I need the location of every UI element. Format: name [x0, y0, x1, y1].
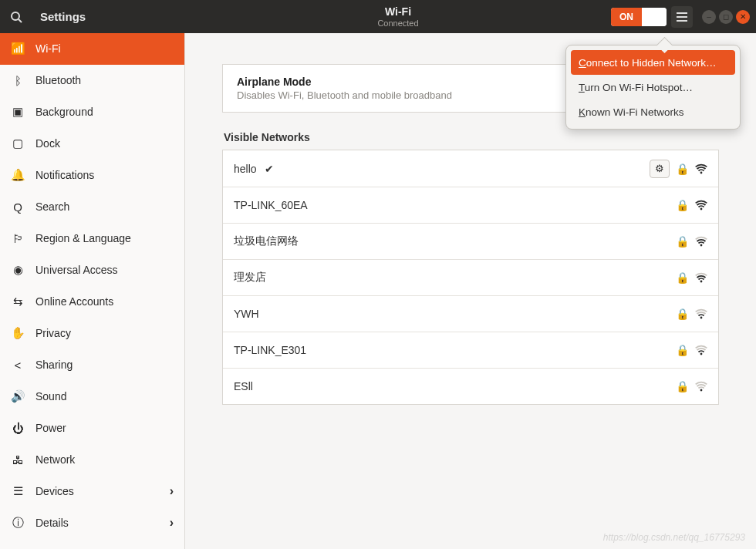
- wifi-signal-icon: [695, 236, 707, 247]
- sidebar-item-online-accounts[interactable]: ⇆ Online Accounts: [0, 286, 184, 318]
- wifi-toggle-knob: [642, 8, 667, 26]
- hamburger-icon: [677, 12, 687, 22]
- network-row[interactable]: TP-LINK_E301 🔒: [223, 332, 718, 368]
- sidebar-item-background[interactable]: ▣ Background: [0, 96, 184, 128]
- network-row[interactable]: YWH 🔒: [223, 295, 718, 332]
- network-row[interactable]: ESll 🔒: [223, 368, 718, 404]
- sidebar-item-label: Devices: [35, 485, 74, 497]
- sidebar-item-region-language[interactable]: 🏳 Region & Language: [0, 223, 184, 254]
- wifi-menu-popover: Connect to Hidden Network…Turn On Wi-Fi …: [565, 45, 741, 130]
- sidebar-item-label: Sound: [35, 390, 66, 402]
- headerbar: Settings Wi-Fi Connected ON – ◻ ✕: [0, 0, 756, 33]
- sidebar-icon: 🏳: [11, 232, 25, 245]
- sidebar-item-label: Dock: [35, 137, 60, 150]
- network-row[interactable]: 理发店 🔒: [223, 259, 718, 295]
- sidebar-item-label: Privacy: [35, 327, 71, 339]
- wifi-signal-icon: [695, 200, 707, 211]
- network-name: 垃圾电信网络: [234, 234, 299, 248]
- svg-point-8: [700, 281, 703, 283]
- connected-check-icon: ✔: [265, 163, 274, 175]
- wifi-toggle-on-label: ON: [611, 8, 642, 26]
- svg-point-10: [700, 353, 703, 355]
- lock-icon: 🔒: [676, 163, 689, 175]
- svg-point-9: [700, 317, 703, 319]
- network-name: TP-LINK_60EA: [234, 199, 308, 211]
- maximize-button[interactable]: ◻: [719, 10, 733, 24]
- minimize-button[interactable]: –: [702, 10, 716, 24]
- network-icons: 🔒: [676, 271, 707, 284]
- popover-item[interactable]: Connect to Hidden Network…: [571, 50, 735, 75]
- network-name-wrap: YWH: [234, 308, 676, 320]
- network-name: 理发店: [234, 271, 266, 285]
- sidebar-icon: ▣: [11, 105, 25, 119]
- sidebar-item-label: Search: [35, 200, 69, 213]
- search-button[interactable]: [0, 11, 32, 23]
- network-settings-button[interactable]: ⚙: [650, 160, 670, 178]
- sidebar-item-label: Wi-Fi: [35, 42, 61, 55]
- page-subtitle: Connected: [377, 19, 418, 28]
- sidebar-item-label: Network: [35, 453, 75, 466]
- window-controls: – ◻ ✕: [702, 10, 750, 24]
- network-row[interactable]: TP-LINK_60EA 🔒: [223, 187, 718, 223]
- sidebar-item-wi-fi[interactable]: 📶 Wi-Fi: [0, 33, 184, 65]
- lock-icon: 🔒: [676, 199, 689, 211]
- wifi-signal-icon: [695, 345, 707, 355]
- sidebar-icon: 📶: [11, 42, 25, 56]
- lock-icon: 🔒: [676, 380, 689, 392]
- hamburger-button[interactable]: [671, 6, 693, 28]
- wifi-signal-icon: [695, 272, 707, 283]
- sidebar-item-label: Power: [35, 422, 66, 434]
- sidebar-icon: 🔊: [11, 389, 25, 403]
- network-name-wrap: TP-LINK_60EA: [234, 199, 676, 211]
- search-icon: [10, 11, 22, 23]
- close-button[interactable]: ✕: [736, 10, 750, 24]
- network-row[interactable]: hello ✔ ⚙ 🔒: [223, 150, 718, 187]
- svg-rect-4: [677, 20, 687, 22]
- sidebar-item-sound[interactable]: 🔊 Sound: [0, 381, 184, 413]
- lock-icon: 🔒: [676, 344, 689, 356]
- sidebar-icon: ⏻: [11, 422, 25, 435]
- sidebar-icon: ᛒ: [11, 74, 25, 87]
- network-row[interactable]: 垃圾电信网络 🔒: [223, 223, 718, 259]
- lock-icon: 🔒: [676, 235, 689, 248]
- wifi-signal-icon: [695, 308, 707, 319]
- popover-item[interactable]: Turn On Wi-Fi Hotspot…: [571, 75, 735, 99]
- chevron-right-icon: ›: [170, 484, 174, 498]
- popover-item[interactable]: Known Wi-Fi Networks: [571, 99, 735, 124]
- network-icons: 🔒: [676, 235, 707, 248]
- network-icons: 🔒: [676, 380, 707, 392]
- network-name-wrap: TP-LINK_E301: [234, 344, 676, 356]
- wifi-signal-icon: [695, 163, 707, 174]
- sidebar-item-bluetooth[interactable]: ᛒ Bluetooth: [0, 65, 184, 96]
- network-icons: 🔒: [676, 308, 707, 320]
- sidebar-icon: ▢: [11, 136, 25, 150]
- sidebar-item-devices[interactable]: ☰ Devices ›: [0, 476, 184, 507]
- sidebar-item-label: Region & Language: [35, 232, 131, 244]
- network-icons: 🔒: [676, 199, 707, 211]
- wifi-toggle[interactable]: ON: [611, 8, 667, 26]
- sidebar-item-notifications[interactable]: 🔔 Notifications: [0, 160, 184, 191]
- visible-networks-heading: Visible Networks: [224, 131, 717, 143]
- chevron-right-icon: ›: [170, 516, 174, 530]
- page-title: Wi-Fi: [385, 6, 411, 17]
- sidebar-item-privacy[interactable]: ✋ Privacy: [0, 318, 184, 349]
- network-name-wrap: hello ✔: [234, 163, 650, 175]
- sidebar-item-dock[interactable]: ▢ Dock: [0, 128, 184, 160]
- sidebar-icon: ◉: [11, 263, 25, 277]
- network-name-wrap: ESll: [234, 380, 676, 392]
- popover-item-label: Turn On Wi-Fi Hotspot…: [579, 82, 693, 93]
- sidebar-item-network[interactable]: 🖧 Network: [0, 444, 184, 476]
- sidebar-item-sharing[interactable]: < Sharing: [0, 349, 184, 381]
- sidebar-item-search[interactable]: Q Search: [0, 191, 184, 223]
- sidebar-item-power[interactable]: ⏻ Power: [0, 413, 184, 444]
- svg-rect-3: [677, 16, 687, 18]
- sidebar-item-label: Bluetooth: [35, 74, 81, 86]
- network-name: hello: [234, 163, 257, 175]
- sidebar-icon: 🔔: [11, 168, 25, 182]
- lock-icon: 🔒: [676, 271, 689, 284]
- sidebar: 📶 Wi-Fi ᛒ Bluetooth ▣ Background ▢ Dock …: [0, 33, 185, 549]
- header-center: Wi-Fi Connected: [185, 0, 611, 33]
- network-icons: ⚙ 🔒: [650, 160, 707, 178]
- sidebar-item-details[interactable]: ⓘ Details ›: [0, 507, 184, 539]
- sidebar-item-universal-access[interactable]: ◉ Universal Access: [0, 254, 184, 286]
